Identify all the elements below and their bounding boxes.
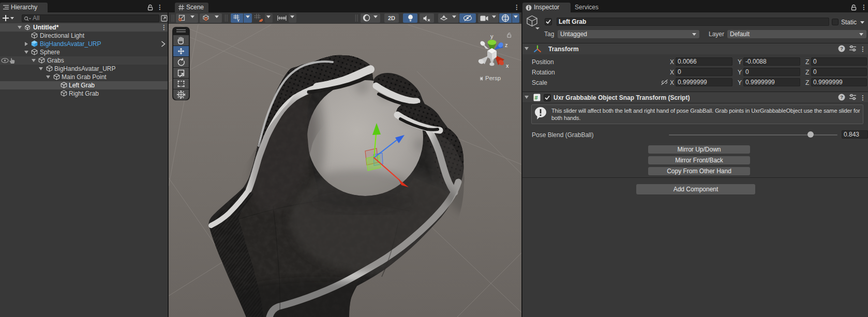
svg-text:z: z (505, 42, 508, 48)
svg-text:Persp: Persp (485, 75, 501, 81)
svg-text:x: x (506, 63, 509, 69)
svg-text:Y: Y (237, 18, 240, 22)
svg-text:y: y (490, 33, 493, 39)
svg-text:?: ? (840, 94, 843, 100)
svg-text:?: ? (840, 46, 843, 51)
svg-text:#: # (535, 95, 538, 101)
